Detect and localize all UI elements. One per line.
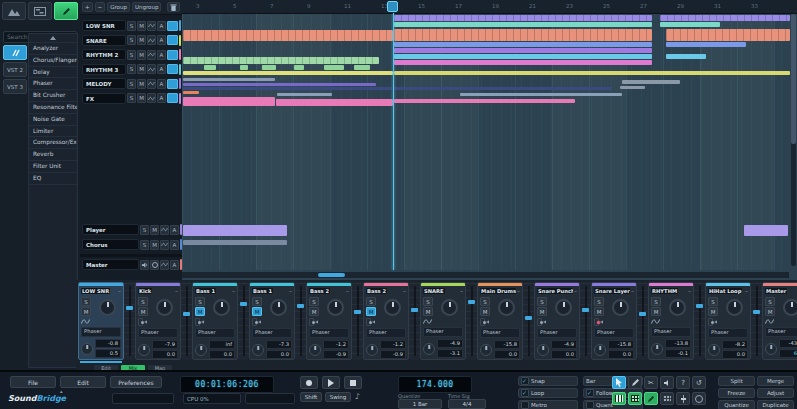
- solo-button[interactable]: S: [81, 297, 91, 306]
- volume-knob[interactable]: [327, 299, 344, 316]
- automation-button[interactable]: [160, 240, 169, 250]
- mixer-channel-strip[interactable]: SNARE – S M: [420, 282, 466, 360]
- pan-knob[interactable]: [765, 343, 777, 355]
- volume-knob[interactable]: [783, 299, 797, 316]
- volume-value[interactable]: -8.2: [722, 340, 748, 349]
- fader-handle[interactable]: [525, 316, 532, 320]
- volume-value[interactable]: -4.9: [551, 340, 577, 349]
- pan-knob[interactable]: [651, 343, 663, 355]
- minimize-button[interactable]: –: [460, 288, 463, 294]
- insert-slot[interactable]: Phaser: [366, 328, 406, 338]
- fader-handle[interactable]: [183, 312, 190, 316]
- tab-pianoroll[interactable]: [28, 2, 52, 20]
- mixer-channel-strip[interactable]: Snare Layer 1 – S M: [591, 282, 637, 360]
- pan-knob[interactable]: [195, 344, 207, 356]
- track-name[interactable]: RHYTHM 3: [82, 64, 126, 75]
- volume-value[interactable]: -43.1: [779, 339, 797, 348]
- solo-button[interactable]: S: [252, 297, 262, 306]
- mute-button[interactable]: M: [423, 307, 433, 316]
- pan-value[interactable]: -0.9: [323, 350, 349, 359]
- shift-button[interactable]: Shift: [300, 392, 322, 402]
- step-sequencer-button[interactable]: [628, 392, 642, 405]
- arm-button[interactable]: A: [157, 64, 166, 74]
- format-filter-button[interactable]: VST 2: [3, 62, 27, 77]
- pan-knob[interactable]: [309, 344, 321, 356]
- action-button[interactable]: Duplicate: [757, 400, 794, 409]
- clip[interactable]: [183, 83, 376, 86]
- pan-knob[interactable]: [138, 344, 150, 356]
- channel-fader[interactable]: [181, 282, 192, 360]
- action-button[interactable]: Split: [718, 376, 755, 386]
- instrument-button[interactable]: [167, 21, 178, 31]
- volume-value[interactable]: -0.8: [95, 339, 121, 348]
- solo-button[interactable]: S: [594, 297, 604, 306]
- pan-value[interactable]: 0.0: [551, 350, 577, 359]
- insert-slot[interactable]: Phaser: [708, 328, 748, 338]
- timesig-value[interactable]: 4/4: [448, 399, 486, 409]
- volume-knob[interactable]: [726, 299, 743, 316]
- plugin-list-item[interactable]: Analyzer: [29, 43, 77, 55]
- insert-slot[interactable]: Phaser: [423, 327, 463, 337]
- volume-value[interactable]: -15.8: [494, 340, 520, 349]
- channel-fader[interactable]: [694, 282, 705, 360]
- mute-button[interactable]: M: [137, 64, 146, 74]
- ungroup-button[interactable]: Ungroup: [132, 2, 162, 12]
- record-button[interactable]: [300, 376, 318, 389]
- clip[interactable]: [394, 29, 652, 41]
- solo-button[interactable]: S: [127, 93, 136, 103]
- remove-track-button[interactable]: −: [95, 2, 106, 12]
- volume-value[interactable]: -13.8: [665, 339, 691, 348]
- playhead-marker[interactable]: [387, 1, 398, 12]
- solo-button[interactable]: S: [423, 297, 433, 306]
- action-button[interactable]: Merge: [757, 376, 794, 386]
- channel-fader[interactable]: [523, 282, 534, 360]
- automation-button[interactable]: [147, 21, 156, 31]
- mute-button[interactable]: M: [81, 307, 91, 316]
- pattern-editor-button[interactable]: [644, 392, 658, 405]
- insert-slot[interactable]: Phaser: [138, 328, 178, 338]
- checkbox[interactable]: [521, 389, 529, 397]
- solo-button[interactable]: S: [127, 21, 136, 31]
- status-field[interactable]: [112, 393, 174, 404]
- track-row[interactable]: MELODY S M A: [82, 78, 181, 89]
- clip[interactable]: [262, 65, 276, 70]
- minimize-button[interactable]: –: [631, 288, 634, 294]
- volume-knob[interactable]: [270, 299, 287, 316]
- solo-button[interactable]: S: [127, 50, 136, 60]
- piano-roll-button[interactable]: [612, 392, 626, 405]
- pan-value[interactable]: 6.0: [779, 349, 797, 358]
- channel-fader[interactable]: [751, 282, 762, 360]
- clip[interactable]: [183, 87, 392, 90]
- plugin-list-collapse[interactable]: [29, 34, 77, 43]
- record-arm-button[interactable]: [708, 318, 713, 326]
- mixer-channel-strip[interactable]: Kick – S M: [135, 282, 181, 360]
- tab-browser[interactable]: [2, 2, 26, 20]
- clip[interactable]: [394, 54, 652, 59]
- plugin-list-item[interactable]: Limiter: [29, 126, 77, 138]
- automation-button[interactable]: [147, 79, 156, 89]
- track-row[interactable]: FX S M A: [82, 93, 181, 104]
- solo-button[interactable]: S: [127, 79, 136, 89]
- record-arm-button[interactable]: [309, 318, 314, 326]
- horizontal-scrollbar[interactable]: [182, 272, 789, 278]
- automation-button[interactable]: [147, 93, 156, 103]
- minimize-button[interactable]: –: [346, 288, 349, 294]
- clip[interactable]: [354, 65, 370, 70]
- fader-handle[interactable]: [582, 308, 589, 312]
- mute-button[interactable]: M: [594, 307, 604, 316]
- insert-slot[interactable]: Phaser: [765, 327, 797, 337]
- channel-fader[interactable]: [295, 282, 306, 360]
- checkbox[interactable]: [586, 389, 594, 397]
- action-button[interactable]: Quantize: [718, 400, 755, 409]
- preferences-button[interactable]: Preferences: [110, 376, 162, 388]
- undo-button[interactable]: ↺: [692, 376, 706, 389]
- mute-button[interactable]: M: [651, 307, 661, 316]
- mute-button[interactable]: M: [480, 307, 490, 316]
- solo-button[interactable]: S: [140, 225, 149, 235]
- volume-knob[interactable]: [99, 299, 116, 316]
- pan-value[interactable]: 0.5: [95, 349, 121, 358]
- mute-button[interactable]: M: [150, 225, 159, 235]
- solo-button[interactable]: S: [138, 297, 148, 306]
- draw-tool[interactable]: [628, 376, 642, 389]
- clip[interactable]: [660, 15, 790, 21]
